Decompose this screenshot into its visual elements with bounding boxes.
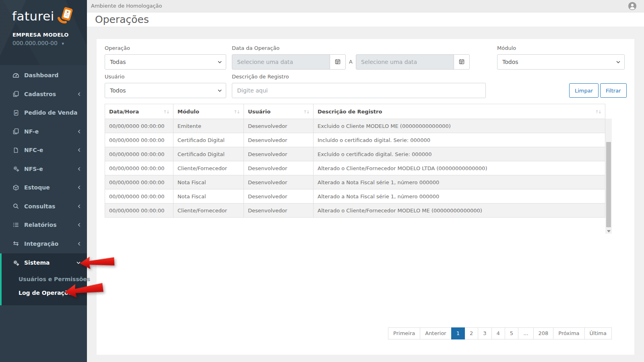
cell-datetime: 00/00/0000 00:00:00 (105, 147, 173, 161)
user-select[interactable]: Todos (105, 83, 226, 98)
svg-text:P: P (15, 111, 17, 115)
sidebar-item-consultas[interactable]: Consultas (0, 197, 87, 216)
company-switcher[interactable]: 000.000.000-00 ▾ (12, 40, 87, 46)
calendar-icon (459, 59, 464, 66)
operation-date-label: Data da Operação (232, 45, 279, 51)
log-table: Data/Hora↑↓Módulo↑↓Usuário↑↓Descrição de… (105, 104, 605, 218)
sidebar-item-sistema[interactable]: Sistema (2, 253, 87, 272)
cube-icon (12, 185, 20, 191)
cell-user: Desenvolvedor (244, 204, 314, 218)
date-range-separator: A (349, 59, 353, 65)
page-title: Operações (87, 12, 644, 27)
page-button-primeira[interactable]: Primeira (388, 327, 420, 339)
column-header[interactable]: Módulo↑↓ (173, 104, 244, 119)
environment-label: Ambiente de Homologação (91, 3, 162, 9)
page-button-208[interactable]: 208 (533, 327, 554, 339)
cell-user: Desenvolvedor (244, 189, 314, 204)
description-input-wrap (232, 83, 486, 98)
sidebar-item-cadastros[interactable]: Cadastros (0, 85, 87, 104)
cell-datetime: 00/00/0000 00:00:00 (105, 161, 173, 175)
cell-module: Cliente/Fornecedor (173, 204, 244, 218)
cell-description: Excluído o certificado digital. Serie: 0… (314, 147, 605, 161)
clear-button[interactable]: Limpar (569, 83, 599, 98)
date-from-calendar-button[interactable] (330, 54, 346, 70)
column-header[interactable]: Data/Hora↑↓ (105, 104, 173, 119)
copy-docs-icon (12, 91, 20, 97)
sidebar-item-label: NF-e (24, 128, 78, 135)
sidebar-item-nf-e[interactable]: NF-e (0, 122, 87, 141)
user-menu-button[interactable] (628, 2, 637, 10)
cell-datetime: 00/00/0000 00:00:00 (105, 204, 173, 218)
sidebar-item-label: NFC-e (24, 147, 78, 153)
faturei-logo[interactable]: faturei (0, 0, 87, 26)
table-row: 00/00/0000 00:00:00Certificado DigitalDe… (105, 133, 605, 147)
page-button-4[interactable]: 4 (491, 327, 505, 339)
cell-user: Desenvolvedor (244, 119, 314, 133)
chevron-left-icon (78, 185, 80, 189)
document-p-icon: P (12, 110, 20, 116)
date-from-input[interactable] (232, 54, 330, 70)
module-select-wrap: Todos (497, 54, 625, 70)
scroll-down-icon (607, 230, 611, 232)
cell-datetime: 00/00/0000 00:00:00 (105, 133, 173, 147)
table-scrollbar-track[interactable] (605, 119, 612, 234)
user-label: Usuário (105, 74, 124, 80)
page-button-2[interactable]: 2 (464, 327, 478, 339)
cell-datetime: 00/00/0000 00:00:00 (105, 189, 173, 204)
page-title-band: Operações (87, 12, 644, 27)
sidebar-nav: DashboardCadastrosPPedido de VendaNF-eNF… (0, 66, 87, 305)
page-button-anterior[interactable]: Anterior (420, 327, 451, 339)
cell-user: Desenvolvedor (244, 161, 314, 175)
page-button-ultima[interactable]: Última (584, 327, 612, 339)
list-icon (12, 222, 20, 228)
column-header[interactable]: Usuário↑↓ (244, 104, 314, 119)
calendar-icon (335, 59, 341, 66)
sidebar-item-nfc-e[interactable]: NFC-e (0, 141, 87, 160)
sidebar-item-label: Consultas (24, 203, 78, 210)
operation-label: Operação (105, 45, 130, 51)
cell-description: Excluido o Cliente MODELO ME (0000000000… (314, 119, 605, 133)
annotation-arrow-sistema (79, 255, 115, 270)
page-button-1[interactable]: 1 (451, 327, 465, 339)
documents-icon (12, 128, 20, 134)
page-button-3[interactable]: 3 (478, 327, 491, 339)
company-block: EMPRESA MODELO 000.000.000-00 ▾ (0, 26, 87, 46)
sidebar-item-estoque[interactable]: Estoque (0, 178, 87, 197)
page-button-proxima[interactable]: Próxima (553, 327, 584, 339)
gauge-icon (12, 72, 20, 78)
invoice-phone-icon (56, 6, 75, 26)
table-row: 00/00/0000 00:00:00Nota FiscalDesenvolve… (105, 175, 605, 189)
operation-select[interactable]: Todas (105, 54, 226, 70)
cell-module: Nota Fiscal (173, 175, 244, 189)
sidebar-item-dashboard[interactable]: Dashboard (0, 66, 87, 85)
filter-button[interactable]: Filtrar (600, 83, 627, 98)
column-header[interactable]: Descrição de Registro↑↓ (314, 104, 605, 119)
cell-description: Alterado a Nota Fiscal série 1, número 0… (314, 175, 605, 189)
cell-module: Certificado Digital (173, 147, 244, 161)
table-scrollbar-thumb[interactable] (606, 142, 611, 227)
page-button-5[interactable]: 5 (505, 327, 518, 339)
module-select[interactable]: Todos (497, 54, 625, 70)
sidebar-item-pedido-de-venda[interactable]: PPedido de Venda (0, 103, 87, 122)
user-select-wrap: Todos (105, 83, 226, 98)
module-label: Módulo (497, 45, 516, 51)
date-to-group (356, 54, 470, 70)
cell-description: Alterado o Cliente/Fornecedor MODELO ME … (314, 204, 605, 218)
description-input[interactable] (232, 83, 486, 98)
sidebar-item-integracao[interactable]: Integração (0, 234, 87, 253)
date-from-group (232, 54, 346, 70)
pagination-bar: PrimeiraAnterior12345...208PróximaÚltima (388, 327, 612, 339)
company-name: EMPRESA MODELO (12, 32, 87, 38)
exchange-icon (12, 241, 20, 246)
cell-user: Desenvolvedor (244, 175, 314, 189)
sidebar-item-label: Dashboard (24, 72, 80, 78)
date-to-calendar-button[interactable] (454, 54, 470, 70)
sidebar: faturei EMPRESA MODELO 000.000.000-00 ▾ … (0, 0, 87, 362)
page-button-ellipsis[interactable]: ... (518, 327, 533, 339)
sidebar-item-nfs-e[interactable]: NFS-e (0, 160, 87, 179)
log-table-container: Data/Hora↑↓Módulo↑↓Usuário↑↓Descrição de… (105, 104, 612, 233)
sidebar-item-relatorios[interactable]: Relatórios (0, 216, 87, 234)
date-to-input[interactable] (356, 54, 454, 70)
sidebar-item-label: Sistema (24, 259, 76, 266)
gears-icon (12, 166, 20, 172)
